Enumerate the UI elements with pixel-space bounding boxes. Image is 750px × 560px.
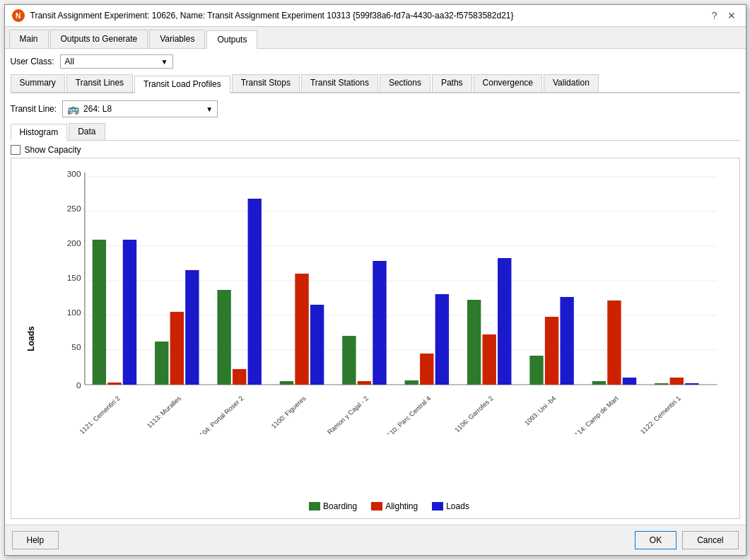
svg-text:1093: Uni -b4: 1093: Uni -b4 xyxy=(523,395,557,427)
transit-line-value: 264: L8 xyxy=(83,104,112,114)
chart-container: Loads 0 50 100 xyxy=(11,158,740,519)
svg-rect-21 xyxy=(170,312,183,385)
svg-rect-17 xyxy=(107,383,121,385)
tab-transit-lines[interactable]: Transit Lines xyxy=(66,74,133,92)
tab-transit-stations[interactable]: Transit Stations xyxy=(301,74,378,92)
svg-rect-24 xyxy=(217,290,230,385)
show-capacity-checkbox[interactable] xyxy=(11,145,20,155)
transit-line-label: Transit Line: xyxy=(11,104,57,114)
svg-rect-25 xyxy=(232,369,245,385)
tab-data[interactable]: Data xyxy=(69,123,105,140)
tab-histogram[interactable]: Histogram xyxy=(11,124,68,141)
tab-variables[interactable]: Variables xyxy=(149,30,205,48)
user-class-label: User Class: xyxy=(11,57,54,66)
svg-rect-45 xyxy=(544,317,558,385)
svg-text:50: 50 xyxy=(71,343,81,351)
help-footer-button[interactable]: Help xyxy=(12,531,59,549)
title-bar-right: ? ✕ xyxy=(709,10,739,21)
legend-loads-color xyxy=(432,502,443,511)
svg-rect-44 xyxy=(529,356,543,385)
svg-rect-42 xyxy=(498,258,511,385)
bus-icon: 🚌 xyxy=(67,103,79,115)
legend-alighting: Alighting xyxy=(371,501,418,511)
svg-text:1110: Parc Central 4: 1110: Parc Central 4 xyxy=(382,395,432,434)
ok-button[interactable]: OK xyxy=(635,531,676,549)
svg-rect-22 xyxy=(185,270,199,385)
tab-paths[interactable]: Paths xyxy=(432,74,472,92)
transit-line-dropdown-arrow: ▼ xyxy=(206,105,213,113)
legend-boarding-color xyxy=(309,502,320,511)
svg-text:200: 200 xyxy=(66,239,81,247)
tab-summary[interactable]: Summary xyxy=(11,74,65,92)
sub-tab-bar: Summary Transit Lines Transit Load Profi… xyxy=(11,74,740,93)
svg-text:1097: Ramon y Cajal - 2: 1097: Ramon y Cajal - 2 xyxy=(312,395,370,434)
svg-rect-20 xyxy=(155,342,168,385)
chart-legend: Boarding Alighting Loads xyxy=(47,501,732,511)
svg-rect-18 xyxy=(122,240,136,385)
legend-boarding-label: Boarding xyxy=(323,501,357,511)
svg-rect-52 xyxy=(655,383,668,385)
svg-text:0: 0 xyxy=(76,381,81,390)
legend-alighting-color xyxy=(371,502,382,511)
chart-svg: 0 50 100 150 200 xyxy=(47,165,732,498)
svg-rect-53 xyxy=(669,378,683,385)
tab-main[interactable]: Main xyxy=(9,30,49,48)
main-window: N Transit Assignment Experiment: 10626, … xyxy=(4,4,746,556)
transit-line-row: Transit Line: 🚌 264: L8 ▼ xyxy=(11,100,740,117)
svg-rect-32 xyxy=(342,336,356,385)
svg-rect-37 xyxy=(420,354,433,385)
tab-transit-load-profiles[interactable]: Transit Load Profiles xyxy=(134,76,230,93)
user-class-value: All xyxy=(65,57,74,66)
tab-transit-stops[interactable]: Transit Stops xyxy=(232,74,300,92)
svg-text:250: 250 xyxy=(66,204,81,213)
show-capacity-label: Show Capacity xyxy=(25,145,81,155)
legend-alighting-label: Alighting xyxy=(385,501,418,511)
svg-text:1106: Garrofes 2: 1106: Garrofes 2 xyxy=(453,395,495,433)
legend-loads: Loads xyxy=(432,501,469,511)
title-bar: N Transit Assignment Experiment: 10626, … xyxy=(5,5,746,27)
svg-rect-36 xyxy=(404,380,418,385)
title-bar-left: N Transit Assignment Experiment: 10626, … xyxy=(12,9,514,22)
tab-sections[interactable]: Sections xyxy=(380,74,430,92)
svg-text:1122: Cementiri 1: 1122: Cementiri 1 xyxy=(638,395,681,434)
svg-text:150: 150 xyxy=(66,274,81,282)
svg-rect-54 xyxy=(685,383,698,385)
svg-rect-40 xyxy=(467,300,480,385)
svg-rect-38 xyxy=(435,294,448,385)
tab-outputs[interactable]: Outputs xyxy=(206,30,257,49)
svg-text:1121: Cementiri 2: 1121: Cementiri 2 xyxy=(78,395,121,434)
svg-rect-26 xyxy=(247,199,261,385)
svg-text:1104: Portal Roser 2: 1104: Portal Roser 2 xyxy=(195,395,245,434)
svg-text:1114: Camp de Mart: 1114: Camp de Mart xyxy=(570,395,620,434)
svg-rect-34 xyxy=(373,261,386,385)
svg-rect-29 xyxy=(295,274,308,385)
window-title: Transit Assignment Experiment: 10626, Na… xyxy=(30,11,514,21)
main-tab-bar: Main Outputs to Generate Variables Outpu… xyxy=(5,27,746,49)
cancel-button[interactable]: Cancel xyxy=(682,531,738,549)
svg-rect-28 xyxy=(279,381,293,385)
inner-tab-bar: Histogram Data xyxy=(11,123,740,141)
tab-convergence[interactable]: Convergence xyxy=(474,74,542,92)
help-button[interactable]: ? xyxy=(709,10,720,21)
close-button[interactable]: ✕ xyxy=(725,10,739,21)
svg-text:100: 100 xyxy=(66,308,81,317)
svg-rect-49 xyxy=(607,301,621,385)
legend-boarding: Boarding xyxy=(309,501,357,511)
svg-rect-50 xyxy=(622,378,635,385)
chart-inner: 0 50 100 150 200 xyxy=(47,165,732,511)
legend-loads-label: Loads xyxy=(446,501,469,511)
svg-rect-48 xyxy=(592,381,605,385)
tab-outputs-to-generate[interactable]: Outputs to Generate xyxy=(50,30,148,48)
transit-line-select[interactable]: 🚌 264: L8 ▼ xyxy=(62,100,218,117)
svg-rect-41 xyxy=(482,334,496,385)
user-class-row: User Class: All ▼ xyxy=(11,54,740,69)
footer: Help OK Cancel xyxy=(5,525,746,555)
content-area: User Class: All ▼ Summary Transit Lines … xyxy=(5,49,746,525)
svg-rect-16 xyxy=(92,240,105,385)
svg-text:300: 300 xyxy=(66,170,81,178)
user-class-select[interactable]: All ▼ xyxy=(60,54,173,69)
svg-text:1113: Muralles: 1113: Muralles xyxy=(145,395,182,429)
tab-validation[interactable]: Validation xyxy=(544,74,599,92)
svg-text:1100: Figueres: 1100: Figueres xyxy=(269,395,307,429)
user-class-dropdown-arrow: ▼ xyxy=(161,58,168,66)
